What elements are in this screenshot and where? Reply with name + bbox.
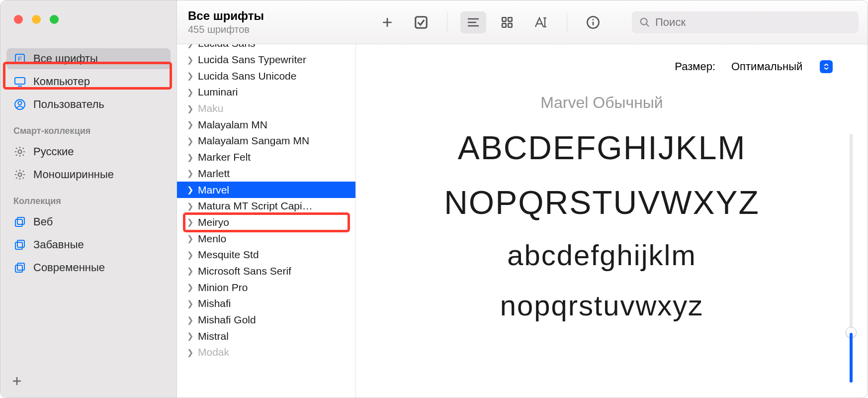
collection-title: Все шрифты [188,9,264,23]
stack-icon [13,261,26,274]
minimize-window-button[interactable] [32,15,41,24]
svg-rect-9 [15,219,22,226]
chevron-right-icon: ❯ [187,217,194,227]
sidebar-item-label: Пользователь [33,98,104,111]
font-row[interactable]: ❯Malayalam MN [177,116,355,133]
user-icon [13,98,26,111]
add-collection-button[interactable] [11,375,23,387]
font-name: Maku [198,102,223,114]
sidebar-item[interactable]: Компьютер [6,71,171,92]
font-row[interactable]: ❯Mesquite Std [177,247,355,263]
font-name: Meiryo [198,216,229,228]
svg-rect-25 [508,23,512,27]
chevron-right-icon: ❯ [187,185,194,195]
font-row[interactable]: ❯Microsoft Sans Serif [177,263,355,280]
chevron-right-icon: ❯ [187,348,194,357]
zoom-window-button[interactable] [50,15,59,24]
preview-sample-line: nopqrstuvwxyz [500,289,704,322]
size-slider-fill [850,333,853,383]
svg-point-7 [18,173,22,177]
font-name: Marvel [198,184,229,196]
sidebar-item[interactable]: Пользователь [6,94,171,115]
sidebar-item-label: Все шрифты [33,52,98,65]
search-field[interactable] [632,11,859,33]
view-sample-button[interactable] [460,11,486,33]
chevron-right-icon: ❯ [187,250,194,260]
svg-rect-24 [502,23,506,27]
sidebar-item-label: Современные [33,261,105,274]
size-select[interactable]: Оптимальный [724,57,833,76]
font-row[interactable]: ❯Minion Pro [177,279,355,296]
font-name: Mishafi [198,298,231,309]
sidebar-item[interactable]: Веб [6,211,171,232]
preview-font-title: Marvel Обычный [540,94,663,112]
sidebar-item-label: Русские [33,145,74,158]
font-list[interactable]: ❯Lucida Sans❯Lucida Sans Typewriter❯Luci… [177,44,356,398]
sidebar-item-label: Забавные [33,238,84,251]
search-input[interactable] [655,16,851,29]
font-row[interactable]: ❯Matura MT Script Capi… [177,198,355,214]
font-name: Marker Felt [198,151,251,163]
svg-point-6 [18,150,22,154]
enable-font-button[interactable] [408,11,434,33]
font-name: Modak [198,346,229,358]
font-row[interactable]: ❯Lucida Sans [177,44,355,52]
font-row[interactable]: ❯Maku [177,100,355,117]
chevron-right-icon: ❯ [187,44,194,48]
sidebar-item[interactable]: FВсе шрифты [6,48,171,69]
font-name: Matura MT Script Capi… [198,200,313,212]
svg-rect-8 [17,217,24,224]
view-repertoire-button[interactable] [528,11,554,33]
view-grid-button[interactable] [494,11,520,33]
size-select-value[interactable]: Оптимальный [724,57,823,76]
toolbar: Все шрифты 455 шрифтов [177,0,868,44]
font-row[interactable]: ❯Malayalam Sangam MN [177,133,355,149]
sidebar-item[interactable]: Забавные [6,234,171,255]
collection-count: 455 шрифтов [188,24,264,35]
font-row[interactable]: ❯Marlett [177,166,355,182]
sidebar-item-label: Веб [33,215,53,228]
sidebar-item[interactable]: Современные [6,257,171,278]
chevron-right-icon: ❯ [187,234,194,243]
font-row[interactable]: ❯Mishafi Gold [177,312,355,328]
font-row[interactable]: ❯Meiryo [177,214,355,231]
font-row[interactable]: ❯Mishafi [177,296,355,312]
toolbar-separator [447,12,447,32]
font-name: Minion Pro [198,282,248,294]
sidebar-section-smart: Смарт-коллекция [6,117,171,139]
font-row[interactable]: ❯Mistral [177,328,355,344]
stack-icon [13,238,26,251]
svg-point-32 [593,19,594,20]
chevron-right-icon: ❯ [187,136,194,146]
sidebar-item[interactable]: Русские [6,141,171,162]
font-row[interactable]: ❯Modak [177,344,355,361]
font-row[interactable]: ❯Lucida Sans Unicode [177,68,355,84]
svg-rect-13 [15,265,22,272]
svg-rect-11 [15,242,22,249]
font-name: Menlo [198,233,226,245]
font-row[interactable]: ❯Marker Felt [177,149,355,166]
search-icon [639,17,650,28]
font-row[interactable]: ❯Luminari [177,84,355,100]
gear-icon [13,145,26,158]
font-name: Malayalam Sangam MN [198,135,309,147]
add-font-button[interactable] [374,11,400,33]
info-button[interactable] [580,11,606,33]
chevron-right-icon: ❯ [187,331,194,341]
gear-icon [13,168,26,181]
svg-point-33 [641,18,647,24]
font-row[interactable]: ❯Menlo [177,230,355,247]
font-row[interactable]: ❯Marvel [177,182,355,198]
sidebar-item[interactable]: Моноширинные [6,164,171,185]
svg-rect-23 [508,17,512,21]
font-name: Lucida Sans [198,44,256,49]
toolbar-title-block: Все шрифты 455 шрифтов [188,9,264,35]
preview-pane: Размер: Оптимальный Marvel Обычный ABCDE… [356,44,868,398]
svg-text:F: F [18,55,22,63]
close-window-button[interactable] [14,15,23,24]
svg-rect-12 [17,263,24,270]
window-controls [14,15,59,24]
chevron-right-icon: ❯ [187,266,194,276]
chevron-right-icon: ❯ [187,299,194,308]
font-row[interactable]: ❯Lucida Sans Typewriter [177,52,355,68]
